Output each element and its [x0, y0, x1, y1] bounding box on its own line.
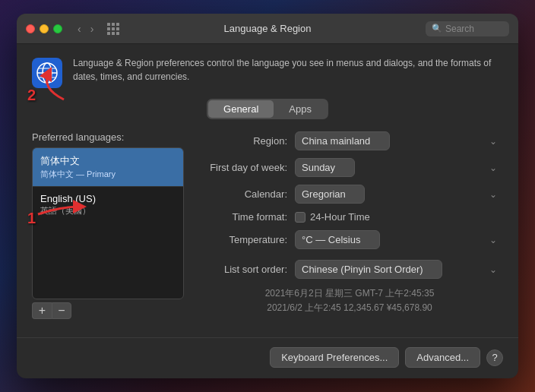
tab-general[interactable]: General	[208, 100, 274, 118]
temperature-row: Temperature: °C — Celsius	[196, 230, 503, 249]
grid-dot	[116, 27, 119, 30]
grid-dot	[112, 27, 115, 30]
header-description: Language & Region preferences control th…	[73, 56, 503, 84]
grid-dot	[112, 23, 115, 26]
forward-button[interactable]: ›	[87, 21, 97, 36]
region-select[interactable]: China mainland	[295, 131, 390, 150]
app-grid-icon[interactable]	[107, 23, 119, 35]
grid-dot	[116, 32, 119, 35]
list-sort-order-select-wrapper: Chinese (Pinyin Sort Order)	[295, 260, 503, 279]
list-sort-order-row: List sort order: Chinese (Pinyin Sort Or…	[196, 260, 503, 279]
grid-dot	[107, 32, 110, 35]
grid-dot	[116, 23, 119, 26]
24-hour-checkbox[interactable]	[295, 212, 305, 223]
window: ‹ › Language & Region 🔍 Search	[17, 14, 518, 378]
close-button[interactable]	[26, 24, 35, 33]
temperature-select[interactable]: °C — Celsius	[295, 230, 380, 249]
tab-apps[interactable]: Apps	[274, 100, 327, 118]
titlebar: ‹ › Language & Region 🔍 Search	[17, 14, 518, 44]
annotation-1-arrow	[30, 191, 91, 222]
list-buttons: + −	[32, 302, 184, 319]
header-row: Language & Region preferences control th…	[32, 56, 503, 88]
temperature-label: Temperature:	[196, 234, 295, 245]
preview-text: 2021年6月2日 星期三 GMT-7 上午2:45:35 2021/6/2 上…	[196, 286, 503, 315]
maximize-button[interactable]	[53, 24, 62, 33]
first-day-row: First day of week: Sunday	[196, 158, 503, 177]
keyboard-preferences-button[interactable]: Keyboard Preferences...	[270, 347, 399, 368]
annotation-2-arrow	[33, 65, 71, 103]
list-sort-order-select[interactable]: Chinese (Pinyin Sort Order)	[295, 260, 442, 279]
list-sort-order-label: List sort order:	[196, 264, 295, 275]
list-item[interactable]: 简体中文 简体中文 — Primary	[33, 148, 183, 187]
help-button[interactable]: ?	[486, 349, 503, 366]
traffic-lights	[26, 24, 62, 33]
bottom-row: Keyboard Preferences... Advanced... ?	[17, 337, 518, 378]
language-sub: 简体中文 — Primary	[40, 169, 176, 180]
search-placeholder: Search	[445, 24, 474, 34]
region-select-wrapper: China mainland	[295, 131, 503, 150]
main-layout: Preferred languages: 简体中文 简体中文 — Primary…	[32, 131, 503, 319]
grid-dot	[112, 32, 115, 35]
language-list: 简体中文 简体中文 — Primary English (US) 英語（美國）	[32, 147, 184, 299]
window-title: Language & Region	[224, 23, 312, 34]
add-language-button[interactable]: +	[32, 302, 52, 319]
advanced-button[interactable]: Advanced...	[405, 347, 480, 368]
time-format-row: Time format: 24-Hour Time	[196, 211, 503, 223]
minimize-button[interactable]	[40, 24, 49, 33]
grid-dot	[107, 23, 110, 26]
first-day-select[interactable]: Sunday	[295, 158, 355, 177]
temperature-select-wrapper: °C — Celsius	[295, 230, 503, 249]
language-name: 简体中文	[40, 154, 176, 168]
preview-line2: 2021/6/2 上午2:45 12,345.67 ¥45,678.90	[196, 301, 503, 315]
calendar-row: Calendar: Gregorian	[196, 185, 503, 204]
remove-language-button[interactable]: −	[52, 302, 71, 319]
left-panel: Preferred languages: 简体中文 简体中文 — Primary…	[32, 131, 184, 319]
tabs-row: General Apps	[32, 99, 503, 119]
region-row: Region: China mainland	[196, 131, 503, 150]
region-label: Region:	[196, 135, 295, 147]
back-button[interactable]: ‹	[74, 21, 84, 36]
grid-dot	[107, 27, 110, 30]
content-area: Language & Region preferences control th…	[17, 44, 518, 331]
time-format-checkbox-area: 24-Hour Time	[295, 211, 370, 223]
first-day-label: First day of week:	[196, 162, 295, 173]
preview-line1: 2021年6月2日 星期三 GMT-7 上午2:45:35	[196, 286, 503, 301]
nav-buttons: ‹ ›	[74, 21, 97, 36]
calendar-label: Calendar:	[196, 188, 295, 200]
right-panel: Region: China mainland First day of week…	[196, 131, 503, 319]
calendar-select-wrapper: Gregorian	[295, 185, 503, 204]
search-icon: 🔍	[432, 24, 442, 33]
calendar-select[interactable]: Gregorian	[295, 185, 365, 204]
search-box[interactable]: 🔍 Search	[426, 21, 509, 36]
time-format-label: Time format:	[196, 211, 295, 223]
first-day-select-wrapper: Sunday	[295, 158, 503, 177]
tab-group: General Apps	[207, 99, 328, 119]
preferred-languages-label: Preferred languages:	[32, 131, 184, 143]
24-hour-label: 24-Hour Time	[310, 211, 370, 223]
